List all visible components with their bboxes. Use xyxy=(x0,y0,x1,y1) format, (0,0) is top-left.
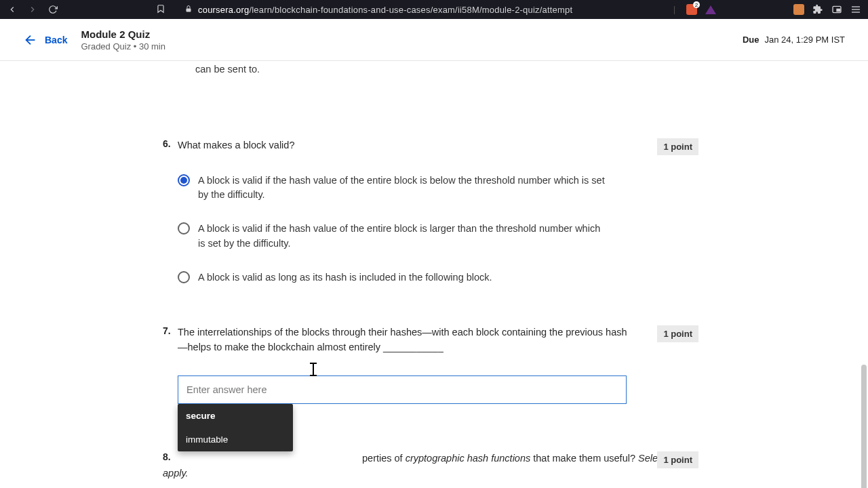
browser-chrome: coursera.org/learn/blockchain-foundation… xyxy=(0,0,868,19)
question-number: 7. xyxy=(163,325,171,336)
radio-option[interactable]: A block is valid if the hash value of th… xyxy=(178,174,698,203)
quiz-subtitle: Graded Quiz • 30 min xyxy=(81,41,165,52)
hamburger-menu-icon[interactable] xyxy=(850,4,861,15)
url-text[interactable]: coursera.org/learn/blockchain-foundation… xyxy=(198,5,572,15)
radio-icon[interactable] xyxy=(178,174,190,186)
back-label: Back xyxy=(45,35,67,45)
radio-icon[interactable] xyxy=(178,222,190,235)
quiz-header: Back Module 2 Quiz Graded Quiz • 30 min … xyxy=(0,19,868,61)
extensions-puzzle-icon[interactable] xyxy=(812,4,823,15)
question-7: 7. The interrelationships of the blocks … xyxy=(163,325,698,404)
question-6: 6. What makes a block valid? 1 point A b… xyxy=(163,138,698,285)
quiz-title-group: Module 2 Quiz Graded Quiz • 30 min xyxy=(81,28,165,52)
pip-icon[interactable] xyxy=(831,4,842,15)
question-text: The interrelationships of the blocks thr… xyxy=(178,325,632,355)
radio-option[interactable]: A block is valid as long as its hash is … xyxy=(178,270,698,285)
option-text: A block is valid if the hash value of th… xyxy=(198,222,605,251)
svg-rect-2 xyxy=(837,9,840,11)
extension-triangle-icon[interactable] xyxy=(705,5,716,14)
question-text: What are the properties of cryptographic… xyxy=(163,453,697,479)
back-button[interactable]: Back xyxy=(23,33,67,47)
due-label: Due xyxy=(743,35,760,45)
prev-question-tail: can be sent to. xyxy=(195,61,629,77)
option-text: A block is valid as long as its hash is … xyxy=(198,270,605,285)
due-value: Jan 24, 1:29 PM IST xyxy=(764,35,845,45)
points-badge: 1 point xyxy=(657,325,698,342)
nav-forward-icon[interactable] xyxy=(27,4,38,15)
svg-rect-0 xyxy=(186,8,191,12)
bookmark-icon[interactable] xyxy=(156,4,165,16)
radio-option[interactable]: A block is valid if the hash value of th… xyxy=(178,222,698,251)
autocomplete-item[interactable]: secure xyxy=(178,404,293,428)
scrollbar-thumb[interactable] xyxy=(861,365,867,488)
reload-icon[interactable] xyxy=(47,4,58,15)
radio-icon[interactable] xyxy=(178,271,190,283)
points-badge: 1 point xyxy=(657,138,698,155)
question-8: 8. What are the properties of cryptograp… xyxy=(163,451,698,488)
option-text: A block is valid if the hash value of th… xyxy=(198,174,605,203)
question-text: What makes a block valid? xyxy=(178,138,632,153)
due-info: DueJan 24, 1:29 PM IST xyxy=(743,35,845,45)
quiz-title: Module 2 Quiz xyxy=(81,28,165,40)
points-badge: 1 point xyxy=(657,451,698,468)
extension-icon[interactable] xyxy=(793,4,804,15)
answer-input[interactable] xyxy=(178,375,627,404)
autocomplete-dropdown: secure immutable xyxy=(178,404,293,451)
nav-back-icon[interactable] xyxy=(7,4,18,15)
quiz-content: can be sent to. 6. What makes a block va… xyxy=(0,61,868,488)
autocomplete-item[interactable]: immutable xyxy=(178,428,293,451)
question-number: 6. xyxy=(163,138,171,149)
brave-shield-icon[interactable] xyxy=(686,4,697,15)
question-number: 8. xyxy=(163,451,171,462)
lock-icon xyxy=(184,5,193,15)
